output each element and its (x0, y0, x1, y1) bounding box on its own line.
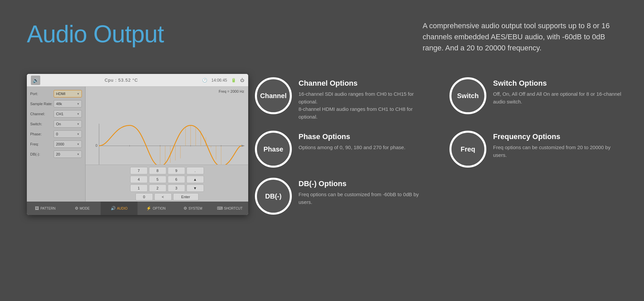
key-9[interactable]: 9 (168, 167, 185, 174)
key-5[interactable]: 5 (149, 176, 166, 183)
db-circle-text: DB(-) (265, 192, 282, 200)
freq-circle-text: Freq (461, 145, 475, 153)
option-freq: Freq Frequency Options Freq options can … (449, 131, 624, 168)
switch-content: Switch Options Off, On, All Off and All … (493, 77, 624, 105)
nav-audio[interactable]: 🔊 AUDIO (101, 202, 138, 215)
titlebar-right: 🕐 14:06:45 🔋 ⏻ (202, 78, 244, 83)
channel-circle-text: Channel (260, 92, 287, 100)
key-8[interactable]: 8 (149, 167, 166, 174)
field-input-4[interactable]: 0▼ (54, 130, 82, 138)
switch-circle: Switch (449, 77, 486, 114)
left-panel: Port:HDMI▼Sample Rate:48k▼Channel:CH1▼Sw… (27, 87, 86, 202)
nav-system[interactable]: ⚙ SYSTEM (174, 202, 211, 215)
db-title: DB(-) Options (299, 179, 429, 188)
field-value-4: 0 (56, 132, 58, 136)
channel-title: Channel Options (299, 79, 429, 88)
nav-mode[interactable]: ⚙ MODE (64, 202, 101, 215)
dropdown-arrow-0: ▼ (77, 92, 79, 95)
nav-pattern-label: PATTERN (40, 207, 55, 210)
option-db: DB(-) DB(-) Options Freq options can be … (255, 178, 429, 215)
nav-shortcut-label: SHORTCUT (224, 207, 243, 210)
field-value-1: 48k (56, 102, 62, 106)
field-row-3: Switch:On▼ (30, 120, 82, 128)
page-title: Audio Output (27, 20, 245, 48)
shortcut-icon: ⌨ (217, 206, 223, 211)
db-circle: DB(-) (255, 178, 292, 215)
field-input-3[interactable]: On▼ (54, 120, 82, 128)
svg-marker-7 (241, 145, 245, 147)
field-input-2[interactable]: CH1▼ (54, 110, 82, 118)
freq-desc: Freq options can be customized from 20 t… (493, 144, 624, 159)
field-label-0: Port: (30, 92, 54, 96)
dropdown-arrow-4: ▼ (77, 133, 79, 136)
channel-desc: 16-channel SDI audio ranges from CH0 to … (299, 90, 429, 121)
key-2[interactable]: 2 (149, 184, 166, 192)
channel-content: Channel Options 16-channel SDI audio ran… (299, 77, 429, 121)
field-value-0: HDMI (56, 92, 65, 96)
field-input-5[interactable]: 2000▼ (54, 140, 82, 148)
clock-icon: 🕐 (202, 78, 207, 83)
nav-pattern[interactable]: 🖼 PATTERN (27, 202, 64, 215)
phase-content: Phase Options Options among of 0, 90, 18… (299, 131, 406, 152)
field-value-2: CH1 (56, 112, 63, 116)
freq-content: Frequency Options Freq options can be cu… (493, 131, 624, 159)
option-icon: ⚡ (146, 206, 151, 211)
nav-option-label: OPTION (153, 207, 165, 210)
phase-circle: Phase (255, 131, 292, 168)
dropdown-arrow-3: ▼ (77, 123, 79, 126)
field-value-3: On (56, 122, 61, 126)
dropdown-arrow-5: ▼ (77, 143, 79, 146)
key-enter[interactable]: Enter (173, 193, 199, 201)
phase-circle-text: Phase (264, 145, 283, 153)
field-input-1[interactable]: 48k▼ (54, 100, 82, 108)
field-label-5: Freq: (30, 142, 54, 146)
field-value-5: 2000 (56, 142, 64, 146)
field-label-2: Channel: (30, 112, 54, 116)
phase-desc: Options among of 0, 90, 180 and 270 for … (299, 144, 406, 152)
key-0[interactable]: 0 (136, 193, 153, 201)
key-7[interactable]: 7 (130, 167, 148, 174)
field-input-6[interactable]: 20▼ (54, 150, 82, 158)
freq-circle: Freq (449, 131, 486, 168)
key-dot[interactable]: . (186, 167, 204, 174)
time-display: 14:06:45 (211, 78, 227, 83)
switch-desc: Off, On, All Off and All On are optional… (493, 90, 624, 105)
dropdown-arrow-2: ▼ (77, 113, 79, 116)
field-row-4: Phase:0▼ (30, 130, 82, 138)
field-input-0[interactable]: HDMI▼ (54, 90, 82, 97)
dropdown-arrow-6: ▼ (77, 153, 79, 156)
key-back[interactable]: < (154, 193, 172, 201)
option-phase: Phase Phase Options Options among of 0, … (255, 131, 429, 168)
svg-text:0: 0 (96, 144, 98, 147)
power-icon: ⏻ (240, 78, 244, 83)
key-4[interactable]: 4 (130, 176, 148, 183)
key-1[interactable]: 1 (130, 184, 148, 192)
option-channel: Channel Channel Options 16-channel SDI a… (255, 77, 429, 121)
dropdown-arrow-1: ▼ (77, 102, 79, 105)
page-description: A comprehensive audio output tool suppor… (423, 20, 617, 53)
app-nav: 🖼 PATTERN ⚙ MODE 🔊 AUDIO ⚡ OPTION ⚙ SYST… (27, 202, 248, 215)
cpu-label: Cpu : 53.52 °C (105, 78, 138, 83)
mode-icon: ⚙ (75, 206, 78, 211)
battery-icon: 🔋 (231, 78, 236, 83)
app-mockup: 🔊 Cpu : 53.52 °C 🕐 14:06:45 🔋 ⏻ Port:HDM… (27, 74, 248, 215)
key-down[interactable]: ▼ (186, 184, 204, 192)
field-label-4: Phase: (30, 132, 54, 136)
field-value-6: 20 (56, 152, 60, 156)
nav-audio-label: AUDIO (117, 207, 128, 210)
nav-shortcut[interactable]: ⌨ SHORTCUT (211, 202, 248, 215)
db-content: DB(-) Options Freq options can be custom… (299, 178, 429, 206)
field-row-2: Channel:CH1▼ (30, 110, 82, 118)
key-up[interactable]: ▲ (186, 176, 204, 183)
nav-mode-label: MODE (80, 207, 90, 210)
key-6[interactable]: 6 (168, 176, 185, 183)
keypad-area: 7 8 9 . 4 5 6 ▲ 1 2 3 ▼ 0 < Enter (86, 165, 248, 202)
option-switch: Switch Switch Options Off, On, All Off a… (449, 77, 624, 121)
field-row-5: Freq:2000▼ (30, 140, 82, 148)
options-grid: Channel Channel Options 16-channel SDI a… (255, 77, 624, 215)
system-icon: ⚙ (183, 206, 187, 211)
titlebar-left: 🔊 (31, 76, 40, 85)
nav-option[interactable]: ⚡ OPTION (138, 202, 174, 215)
key-3[interactable]: 3 (168, 184, 185, 192)
app-titlebar: 🔊 Cpu : 53.52 °C 🕐 14:06:45 🔋 ⏻ (27, 74, 248, 87)
